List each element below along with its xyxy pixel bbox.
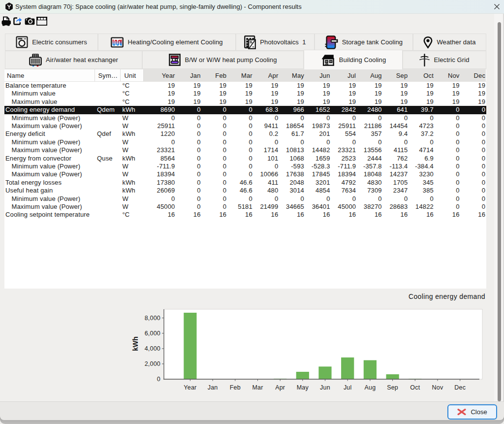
svg-text:Oct: Oct <box>410 384 420 391</box>
svg-text:8,000: 8,000 <box>145 315 160 322</box>
svg-text:4,000: 4,000 <box>145 345 160 352</box>
svg-text:Sep: Sep <box>387 384 398 391</box>
svg-text:Nov: Nov <box>432 384 443 391</box>
svg-text:Feb: Feb <box>230 384 241 391</box>
svg-text:kWh: kWh <box>131 336 139 351</box>
svg-text:Jul: Jul <box>344 384 352 391</box>
svg-text:May: May <box>297 384 309 391</box>
svg-text:Year: Year <box>184 384 196 391</box>
svg-text:Cooling energy demand: Cooling energy demand <box>409 293 485 300</box>
svg-text:Jun: Jun <box>320 384 330 391</box>
svg-text:Dec: Dec <box>454 384 466 391</box>
svg-text:Aug: Aug <box>364 384 376 391</box>
svg-text:Mar: Mar <box>252 384 263 391</box>
svg-text:0: 0 <box>157 376 160 383</box>
svg-text:Apr: Apr <box>275 384 285 391</box>
svg-text:Jan: Jan <box>208 384 218 391</box>
svg-text:6,000: 6,000 <box>145 330 160 337</box>
svg-text:2,000: 2,000 <box>145 360 160 367</box>
